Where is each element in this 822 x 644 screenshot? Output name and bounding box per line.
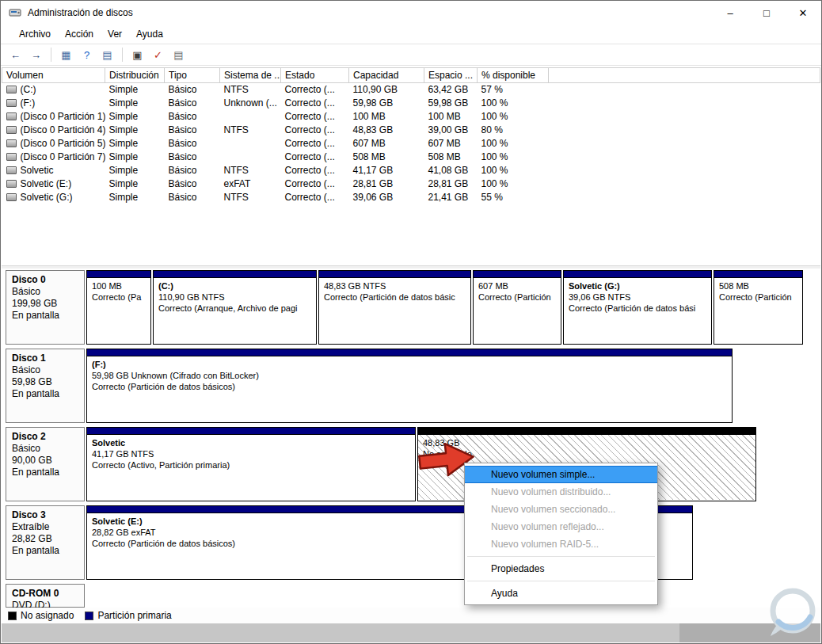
column-header-disponible[interactable]: % disponible xyxy=(478,68,549,83)
menu-ver[interactable]: Ver xyxy=(101,26,129,42)
disk-info-cd-rom-0[interactable]: CD-ROM 0DVD (D:) xyxy=(6,584,85,608)
table-row[interactable]: (Disco 0 Partición 5)SimpleBásicoCorrect… xyxy=(2,137,820,151)
title-bar: Administración de discos – □ ✕ xyxy=(1,1,821,25)
partition[interactable]: 607 MBCorrecto (Partición xyxy=(473,270,561,345)
cell-tipo: Básico xyxy=(165,137,220,151)
cell-disponible: 100 % xyxy=(478,110,549,124)
column-header-sistema-de[interactable]: Sistema de ... xyxy=(220,68,281,83)
cell-distribuci-n: Simple xyxy=(105,151,165,164)
disk-info-disco-2[interactable]: Disco 2Básico90,00 GBEn pantalla xyxy=(6,427,85,501)
menu-separator xyxy=(467,581,655,581)
action-check-icon[interactable]: ✓ xyxy=(150,47,166,63)
column-header-tipo[interactable]: Tipo xyxy=(165,68,220,83)
partition[interactable]: (F:)59,98 GB Unknown (Cifrado con BitLoc… xyxy=(86,349,733,423)
partition-type-strip xyxy=(418,428,755,435)
partition[interactable]: 508 MBCorrecto (Partición xyxy=(714,270,803,345)
disk-info-line: Disco 3 xyxy=(12,509,78,521)
legend-item: Partición primaria xyxy=(85,610,171,621)
partition-line: 48,83 GB NTFS xyxy=(324,280,466,292)
partition-type-strip xyxy=(154,271,316,278)
context-menu-item-propiedades[interactable]: Propiedades xyxy=(465,560,657,577)
cell-volumen: (Disco 0 Partición 1) xyxy=(2,110,105,124)
volume-icon xyxy=(6,86,17,93)
cell-distribuci-n: Simple xyxy=(105,83,165,97)
volume-icon xyxy=(6,99,17,107)
table-row[interactable]: (F:)SimpleBásicoUnknown (...Correcto (..… xyxy=(2,97,820,110)
console-window-icon[interactable]: ▣ xyxy=(129,47,146,63)
partition[interactable]: Solvetic (G:)39,06 GB NTFSCorrecto (Part… xyxy=(563,270,712,345)
partition[interactable]: 100 MBCorrecto (Pa xyxy=(86,270,151,345)
partition[interactable]: Solvetic41,17 GB NTFSCorrecto (Activo, P… xyxy=(86,427,416,501)
console-tree-icon[interactable]: ▦ xyxy=(58,47,74,63)
cell-estado: Correcto (... xyxy=(281,124,349,137)
cell-espacio: 28,81 GB xyxy=(424,177,478,191)
cell-capacidad: 48,83 GB xyxy=(349,124,424,137)
column-header-espacio[interactable]: Espacio ... xyxy=(424,68,478,83)
column-header-estado[interactable]: Estado xyxy=(281,68,349,83)
cell-sistema-de: NTFS xyxy=(220,83,281,97)
table-row[interactable]: (C:)SimpleBásicoNTFSCorrecto (...110,90 … xyxy=(2,83,820,97)
column-header-distribuci-n[interactable]: Distribución xyxy=(105,68,165,83)
minimize-button[interactable]: – xyxy=(712,1,748,25)
volume-icon xyxy=(6,180,17,188)
cell-distribuci-n: Simple xyxy=(105,191,165,204)
forward-arrow-icon[interactable]: → xyxy=(28,47,44,63)
table-row[interactable]: Solvetic (G:)SimpleBásicoNTFSCorrecto (.… xyxy=(2,191,820,204)
close-button[interactable]: ✕ xyxy=(785,1,821,25)
column-header-volumen[interactable]: Volumen xyxy=(2,68,105,83)
partition-body: 607 MBCorrecto (Partición xyxy=(474,278,561,343)
table-row[interactable]: (Disco 0 Partición 7)SimpleBásicoCorrect… xyxy=(2,151,820,164)
menu-archivo[interactable]: Archivo xyxy=(12,26,58,42)
partition-line: 110,90 GB NTFS xyxy=(158,292,311,303)
volume-icon xyxy=(6,126,17,134)
cell-distribuci-n: Simple xyxy=(105,177,165,191)
report-icon[interactable]: ▤ xyxy=(170,47,187,63)
context-menu-item-nuevo-volumen-simple[interactable]: Nuevo volumen simple... xyxy=(465,466,657,483)
cell-capacidad: 41,17 GB xyxy=(349,164,424,177)
partition-type-strip xyxy=(564,271,711,278)
maximize-button[interactable]: □ xyxy=(748,1,785,25)
menubar: ArchivoAcciónVerAyuda xyxy=(1,25,821,44)
back-arrow-icon[interactable]: ← xyxy=(7,47,24,63)
toolbar-separator xyxy=(122,48,123,62)
cell-distribuci-n: Simple xyxy=(105,110,165,124)
cell-disponible: 100 % xyxy=(478,151,549,164)
column-header-capacidad[interactable]: Capacidad xyxy=(349,68,424,83)
table-row[interactable]: Solvetic (E:)SimpleBásicoexFATCorrecto (… xyxy=(2,177,820,191)
legend-label: Partición primaria xyxy=(97,610,171,621)
list-view-icon[interactable]: ▤ xyxy=(99,47,116,63)
partition-type-strip xyxy=(714,271,802,278)
partition[interactable]: 48,83 GB NTFSCorrecto (Partición de dato… xyxy=(318,270,471,345)
help-icon[interactable]: ? xyxy=(78,47,95,63)
partition-type-strip xyxy=(87,271,150,278)
disk-row-cd-rom-0: CD-ROM 0DVD (D:) xyxy=(6,584,820,608)
table-row[interactable]: SolveticSimpleBásicoNTFSCorrecto (...41,… xyxy=(2,164,820,177)
partition-area: (F:)59,98 GB Unknown (Cifrado con BitLoc… xyxy=(86,349,820,423)
cell-tipo: Básico xyxy=(165,124,220,137)
disk-info-line: En pantalla xyxy=(12,545,78,557)
cell-sistema-de: Unknown (... xyxy=(220,97,281,110)
cell-tipo: Básico xyxy=(165,97,220,110)
table-row[interactable]: (Disco 0 Partición 1)SimpleBásicoCorrect… xyxy=(2,110,820,124)
table-header-row: VolumenDistribuciónTipoSistema de ...Est… xyxy=(2,68,820,83)
menu-ayuda[interactable]: Ayuda xyxy=(129,26,170,42)
context-menu-item-ayuda[interactable]: Ayuda xyxy=(465,585,657,602)
context-menu-item-nuevo-volumen-distribuido: Nuevo volumen distribuido... xyxy=(465,483,657,501)
disk-info-disco-3[interactable]: Disco 3Extraíble28,82 GBEn pantalla xyxy=(6,505,85,580)
disk-info-line: Disco 2 xyxy=(12,431,78,443)
cell-disponible: 100 % xyxy=(478,97,549,110)
partition-type-strip xyxy=(474,271,561,278)
partition[interactable]: (C:)110,90 GB NTFSCorrecto (Arranque, Ar… xyxy=(153,270,317,345)
disk-info-disco-1[interactable]: Disco 1Básico59,98 GBEn pantalla xyxy=(6,349,85,423)
table-row[interactable]: (Disco 0 Partición 4)SimpleBásicoNTFSCor… xyxy=(2,124,820,137)
disk-row-disco-0: Disco 0Básico199,98 GBEn pantalla100 MBC… xyxy=(6,270,820,345)
disk-info-line: 199,98 GB xyxy=(12,298,78,310)
partition-line: Correcto (Partición de datos básic xyxy=(324,292,466,303)
context-menu: Nuevo volumen simple...Nuevo volumen dis… xyxy=(464,463,658,605)
menu-acci-n[interactable]: Acción xyxy=(58,26,101,42)
disk-info-disco-0[interactable]: Disco 0Básico199,98 GBEn pantalla xyxy=(6,270,85,345)
disk-row-disco-2: Disco 2Básico90,00 GBEn pantallaSolvetic… xyxy=(6,427,820,501)
cell-capacidad: 100 MB xyxy=(349,110,424,124)
cell-volumen: (Disco 0 Partición 4) xyxy=(2,124,105,137)
context-menu-item-nuevo-volumen-raid-5: Nuevo volumen RAID-5... xyxy=(465,535,657,553)
